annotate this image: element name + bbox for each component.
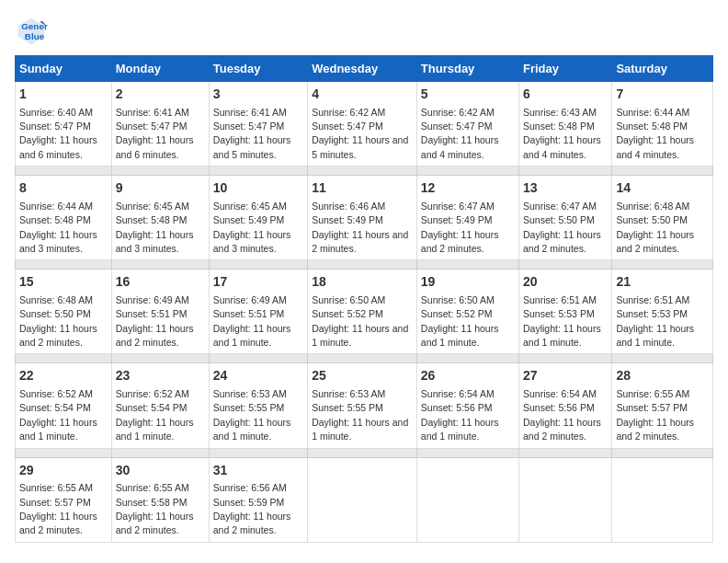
daylight-text: Daylight: 11 hours and 2 minutes. bbox=[116, 323, 194, 348]
day-number: 17 bbox=[213, 273, 303, 292]
sunrise-text: Sunrise: 6:46 AM bbox=[312, 201, 385, 212]
sunrise-text: Sunrise: 6:53 AM bbox=[312, 388, 385, 399]
sunrise-text: Sunrise: 6:56 AM bbox=[213, 482, 287, 493]
daylight-text: Daylight: 11 hours and 5 minutes. bbox=[213, 134, 291, 159]
sunset-text: Sunset: 5:47 PM bbox=[213, 121, 285, 132]
calendar-cell: 8Sunrise: 6:44 AMSunset: 5:48 PMDaylight… bbox=[16, 176, 112, 260]
calendar-cell: 12Sunrise: 6:47 AMSunset: 5:49 PMDayligh… bbox=[416, 176, 518, 260]
day-number: 29 bbox=[19, 462, 108, 480]
sunrise-text: Sunrise: 6:41 AM bbox=[213, 107, 287, 118]
day-number: 21 bbox=[616, 273, 709, 292]
sunrise-text: Sunrise: 6:51 AM bbox=[616, 294, 689, 305]
sunrise-text: Sunrise: 6:43 AM bbox=[523, 107, 597, 118]
separator-cell bbox=[519, 167, 612, 176]
separator-cell bbox=[308, 354, 417, 363]
calendar-cell bbox=[416, 457, 518, 542]
sunset-text: Sunset: 5:53 PM bbox=[616, 308, 688, 319]
separator-cell bbox=[612, 354, 713, 363]
sunset-text: Sunset: 5:48 PM bbox=[523, 121, 595, 132]
separator-cell bbox=[16, 260, 112, 270]
day-number: 3 bbox=[213, 86, 303, 104]
sunrise-text: Sunrise: 6:52 AM bbox=[116, 388, 189, 399]
sunset-text: Sunset: 5:51 PM bbox=[213, 308, 285, 319]
day-number: 23 bbox=[116, 367, 205, 385]
sunset-text: Sunset: 5:54 PM bbox=[19, 402, 91, 413]
sunset-text: Sunset: 5:51 PM bbox=[116, 308, 188, 319]
separator-cell bbox=[612, 260, 713, 270]
day-number: 4 bbox=[312, 86, 413, 104]
separator-cell bbox=[308, 260, 417, 270]
weekday-header-tuesday: Tuesday bbox=[209, 56, 307, 82]
daylight-text: Daylight: 11 hours and 1 minute. bbox=[312, 417, 408, 442]
weekday-header-saturday: Saturday bbox=[612, 56, 713, 82]
sunrise-text: Sunrise: 6:49 AM bbox=[213, 294, 287, 305]
daylight-text: Daylight: 11 hours and 1 minute. bbox=[116, 417, 194, 442]
calendar-cell: 25Sunrise: 6:53 AMSunset: 5:55 PMDayligh… bbox=[308, 363, 417, 448]
separator-cell bbox=[416, 260, 518, 270]
day-number: 9 bbox=[116, 179, 205, 198]
sunset-text: Sunset: 5:47 PM bbox=[116, 121, 188, 132]
calendar-cell: 9Sunrise: 6:45 AMSunset: 5:48 PMDaylight… bbox=[111, 176, 209, 260]
daylight-text: Daylight: 11 hours and 1 minute. bbox=[312, 323, 408, 348]
sunrise-text: Sunrise: 6:50 AM bbox=[312, 294, 385, 305]
separator-cell bbox=[111, 448, 209, 457]
sunset-text: Sunset: 5:47 PM bbox=[19, 121, 91, 132]
daylight-text: Daylight: 11 hours and 1 minute. bbox=[616, 323, 694, 348]
calendar-cell: 11Sunrise: 6:46 AMSunset: 5:49 PMDayligh… bbox=[308, 176, 417, 260]
daylight-text: Daylight: 11 hours and 2 minutes. bbox=[523, 229, 601, 254]
sunrise-text: Sunrise: 6:47 AM bbox=[523, 201, 597, 212]
calendar-cell: 7Sunrise: 6:44 AMSunset: 5:48 PMDaylight… bbox=[612, 82, 713, 167]
sunrise-text: Sunrise: 6:45 AM bbox=[213, 201, 287, 212]
separator-cell bbox=[416, 448, 518, 457]
daylight-text: Daylight: 11 hours and 3 minutes. bbox=[116, 229, 194, 254]
day-number: 10 bbox=[213, 179, 303, 198]
daylight-text: Daylight: 11 hours and 6 minutes. bbox=[116, 134, 194, 159]
calendar-cell: 31Sunrise: 6:56 AMSunset: 5:59 PMDayligh… bbox=[209, 457, 307, 542]
sunrise-text: Sunrise: 6:55 AM bbox=[19, 482, 93, 493]
calendar-cell: 14Sunrise: 6:48 AMSunset: 5:50 PMDayligh… bbox=[612, 176, 713, 260]
separator-cell bbox=[111, 354, 209, 363]
sunset-text: Sunset: 5:49 PM bbox=[213, 214, 285, 225]
day-number: 1 bbox=[19, 86, 108, 104]
calendar-table: SundayMondayTuesdayWednesdayThursdayFrid… bbox=[15, 55, 713, 543]
daylight-text: Daylight: 11 hours and 4 minutes. bbox=[523, 134, 601, 159]
separator-cell bbox=[519, 260, 612, 270]
sunrise-text: Sunrise: 6:55 AM bbox=[616, 388, 689, 399]
separator-cell bbox=[16, 448, 112, 457]
daylight-text: Daylight: 11 hours and 5 minutes. bbox=[312, 134, 408, 159]
day-number: 18 bbox=[312, 273, 413, 292]
calendar-cell: 21Sunrise: 6:51 AMSunset: 5:53 PMDayligh… bbox=[612, 270, 713, 354]
sunset-text: Sunset: 5:57 PM bbox=[19, 497, 91, 508]
day-number: 14 bbox=[616, 179, 709, 198]
separator-cell bbox=[612, 448, 713, 457]
calendar-cell: 4Sunrise: 6:42 AMSunset: 5:47 PMDaylight… bbox=[308, 82, 417, 167]
calendar-cell: 13Sunrise: 6:47 AMSunset: 5:50 PMDayligh… bbox=[519, 176, 612, 260]
calendar-cell: 30Sunrise: 6:55 AMSunset: 5:58 PMDayligh… bbox=[111, 457, 209, 542]
sunset-text: Sunset: 5:47 PM bbox=[421, 121, 493, 132]
daylight-text: Daylight: 11 hours and 1 minute. bbox=[523, 323, 601, 348]
calendar-cell: 24Sunrise: 6:53 AMSunset: 5:55 PMDayligh… bbox=[209, 363, 307, 448]
sunset-text: Sunset: 5:48 PM bbox=[116, 214, 188, 225]
day-number: 11 bbox=[312, 179, 413, 198]
calendar-cell: 29Sunrise: 6:55 AMSunset: 5:57 PMDayligh… bbox=[16, 457, 112, 542]
week-row-1: 1Sunrise: 6:40 AMSunset: 5:47 PMDaylight… bbox=[16, 82, 713, 167]
page-header: General Blue bbox=[15, 15, 713, 48]
week-row-5: 29Sunrise: 6:55 AMSunset: 5:57 PMDayligh… bbox=[16, 457, 713, 542]
daylight-text: Daylight: 11 hours and 4 minutes. bbox=[421, 134, 499, 159]
separator-cell bbox=[308, 448, 417, 457]
separator-cell bbox=[308, 167, 417, 176]
separator-cell bbox=[416, 354, 518, 363]
daylight-text: Daylight: 11 hours and 1 minute. bbox=[421, 323, 499, 348]
weekday-header-sunday: Sunday bbox=[16, 56, 112, 82]
separator-cell bbox=[209, 167, 307, 176]
daylight-text: Daylight: 11 hours and 1 minute. bbox=[421, 417, 499, 442]
daylight-text: Daylight: 11 hours and 6 minutes. bbox=[19, 134, 97, 159]
sunset-text: Sunset: 5:58 PM bbox=[116, 497, 188, 508]
daylight-text: Daylight: 11 hours and 3 minutes. bbox=[213, 229, 291, 254]
day-number: 5 bbox=[421, 86, 515, 104]
sunset-text: Sunset: 5:56 PM bbox=[523, 402, 595, 413]
calendar-cell: 10Sunrise: 6:45 AMSunset: 5:49 PMDayligh… bbox=[209, 176, 307, 260]
sunset-text: Sunset: 5:50 PM bbox=[523, 214, 595, 225]
separator-row bbox=[16, 167, 713, 176]
sunset-text: Sunset: 5:52 PM bbox=[312, 308, 383, 319]
